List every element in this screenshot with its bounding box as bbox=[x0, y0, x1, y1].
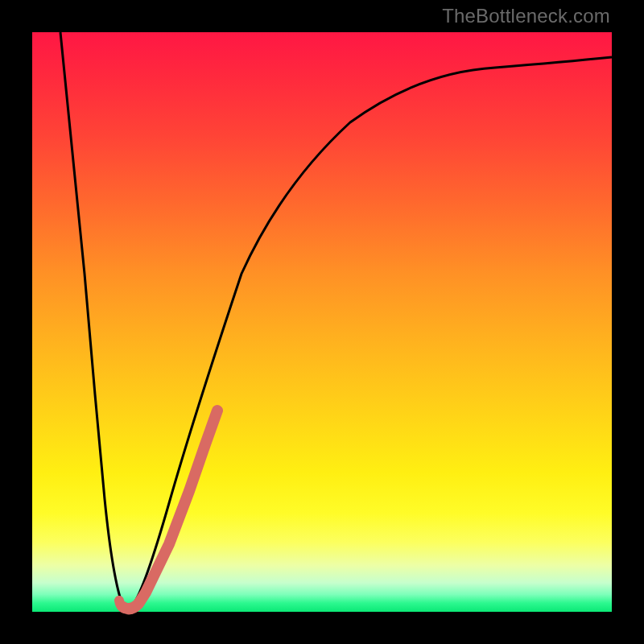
highlight-hook bbox=[119, 601, 129, 609]
highlight-segment bbox=[123, 411, 217, 609]
chart-frame: TheBottleneck.com bbox=[0, 0, 644, 644]
chart-svg bbox=[32, 32, 612, 612]
bottleneck-curve bbox=[60, 32, 612, 609]
watermark-text: TheBottleneck.com bbox=[442, 5, 610, 27]
